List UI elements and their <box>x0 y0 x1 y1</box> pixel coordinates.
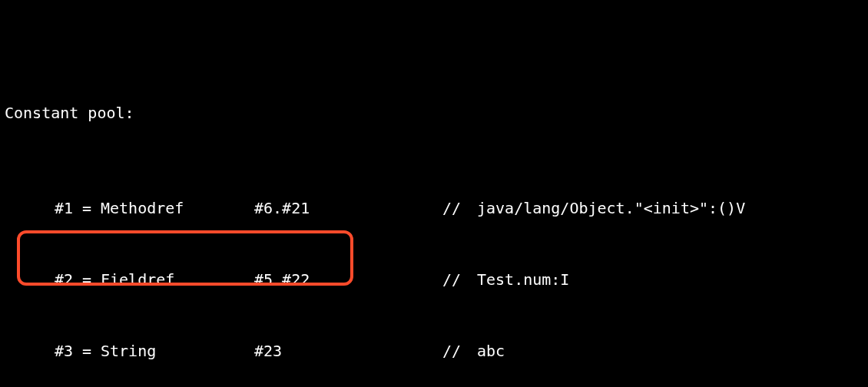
cp-comment: Test.num:I <box>477 268 868 292</box>
header-text: Constant pool: <box>5 101 134 125</box>
terminal-output: Constant pool: #1 = Methodref #6.#21 // … <box>0 0 868 387</box>
cp-comment-sep: // <box>442 339 477 363</box>
cp-comment-sep: // <box>442 268 477 292</box>
cp-type: Fieldref <box>101 268 254 292</box>
cp-ref: #23 <box>254 339 442 363</box>
top-spacer <box>0 48 868 54</box>
constant-pool-header: Constant pool: <box>0 101 868 125</box>
cp-index: #2 <box>0 268 73 292</box>
cp-index: #3 <box>0 339 73 363</box>
cp-ref: #6.#21 <box>254 197 442 220</box>
cp-eq: = <box>73 197 101 220</box>
cp-type: Methodref <box>101 197 254 220</box>
cp-comment: java/lang/Object."<init>":()V <box>477 197 868 220</box>
cp-type: String <box>101 339 254 363</box>
cp-index: #1 <box>0 197 73 220</box>
constant-pool-row: #1 = Methodref #6.#21 // java/lang/Objec… <box>0 197 868 220</box>
constant-pool-row: #2 = Fieldref #5.#22 // Test.num:I <box>0 268 868 292</box>
cp-comment-sep: // <box>442 197 477 220</box>
cp-eq: = <box>73 339 101 363</box>
terminal-container: Constant pool: #1 = Methodref #6.#21 // … <box>0 0 868 387</box>
cp-comment: abc <box>477 339 868 363</box>
cp-eq: = <box>73 268 101 292</box>
constant-pool-row: #3 = String #23 // abc <box>0 339 868 363</box>
cp-ref: #5.#22 <box>254 268 442 292</box>
